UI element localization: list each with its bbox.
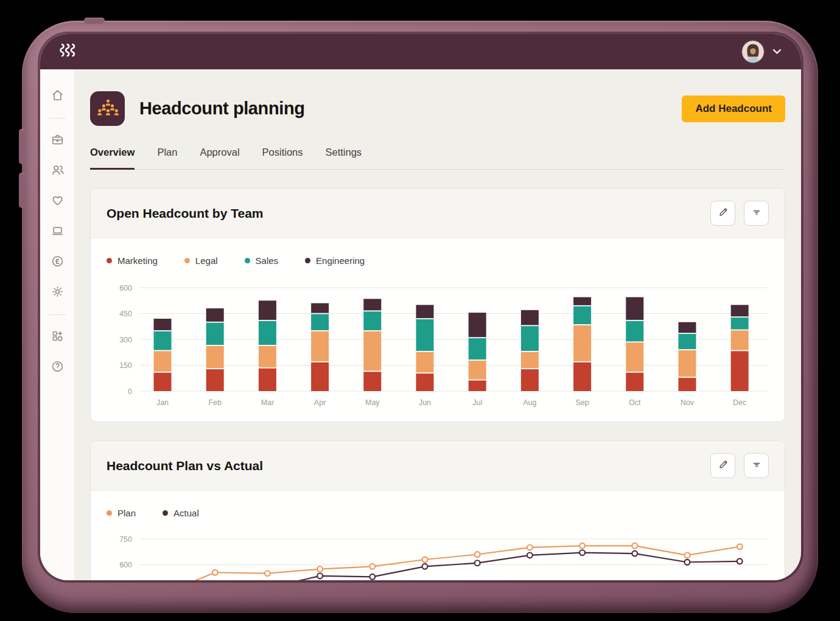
sidebar-item-apps-add[interactable] [46, 326, 68, 348]
svg-text:Oct: Oct [629, 398, 641, 407]
sidebar-divider [49, 314, 66, 315]
device-volume-button [19, 173, 25, 208]
sidebar-item-home[interactable] [46, 85, 68, 107]
legend-item-plan: Plan [107, 508, 136, 518]
user-menu[interactable] [742, 41, 782, 63]
device-top-button [84, 18, 105, 24]
svg-text:May: May [365, 398, 380, 407]
legend-label: Marketing [117, 255, 158, 266]
svg-text:Dec: Dec [733, 398, 746, 407]
chevron-down-icon[interactable] [772, 46, 782, 57]
legend-dot [107, 258, 112, 263]
legend-dot [184, 258, 190, 263]
tab-settings[interactable]: Settings [326, 147, 362, 169]
add-headcount-button[interactable]: Add Headcount [682, 95, 785, 122]
card-actions [710, 201, 769, 226]
page-title: Headcount planning [139, 99, 305, 119]
rippling-wave-logo [60, 43, 78, 61]
sidebar-item-briefcase[interactable] [46, 130, 68, 151]
sidebar-nav [40, 69, 74, 580]
legend-item-engineering: Engineering [305, 255, 365, 266]
app-screen: Headcount planning Add Headcount Overvie… [40, 34, 801, 580]
svg-text:750: 750 [119, 535, 132, 544]
chart-legend: PlanActual [107, 508, 769, 518]
device-volume-button [19, 129, 25, 164]
svg-text:600: 600 [119, 284, 132, 293]
legend-dot [245, 258, 250, 263]
sidebar-item-pound-coin[interactable] [46, 251, 68, 273]
legend-dot [107, 510, 112, 516]
legend-dot [305, 258, 310, 263]
gear-icon [51, 285, 65, 300]
legend-label: Plan [117, 508, 136, 518]
tab-bar: OverviewPlanApprovalPositionsSettings [90, 147, 785, 170]
svg-text:Feb: Feb [208, 398, 222, 407]
card-title: Open Headcount by Team [107, 206, 264, 221]
filter-button[interactable] [744, 201, 769, 226]
tab-approval[interactable]: Approval [200, 147, 239, 169]
sidebar-divider [49, 118, 66, 119]
legend-label: Actual [173, 508, 199, 518]
legend-label: Sales [256, 255, 279, 266]
sidebar-item-laptop[interactable] [46, 221, 68, 243]
apps-add-icon [51, 329, 65, 345]
heart-icon [51, 193, 65, 209]
sidebar-item-gear[interactable] [46, 282, 68, 304]
sidebar-item-people[interactable] [46, 160, 68, 182]
card-header: Open Headcount by Team [91, 189, 785, 238]
laptop-icon [51, 224, 65, 240]
legend-label: Engineering [316, 255, 365, 266]
edit-pencil-button[interactable] [710, 453, 735, 478]
briefcase-icon [51, 133, 65, 148]
sidebar-item-help[interactable] [46, 356, 68, 378]
edit-pencil-icon [717, 206, 729, 220]
svg-text:150: 150 [119, 361, 132, 370]
legend-item-marketing: Marketing [107, 255, 158, 266]
open-headcount-bar-chart: 0150300450600JanFebMarAprMayJunJulAugSep… [107, 282, 769, 411]
headcount-people-icon [90, 91, 125, 126]
filter-icon [751, 206, 763, 220]
people-icon [51, 163, 65, 179]
legend-item-actual: Actual [163, 508, 199, 518]
sidebar-item-heart[interactable] [46, 190, 68, 212]
tab-positions[interactable]: Positions [262, 147, 303, 169]
main-content: Headcount planning Add Headcount Overvie… [74, 69, 801, 580]
card-body: PlanActual 0150300450600750JanFebMarAprM… [91, 491, 785, 580]
svg-text:Jul: Jul [472, 398, 482, 407]
svg-text:Jan: Jan [156, 398, 169, 407]
svg-text:Aug: Aug [523, 398, 536, 407]
help-icon [51, 359, 65, 375]
page-header: Headcount planning Add Headcount [90, 91, 785, 126]
edit-pencil-icon [717, 459, 729, 473]
card-body: MarketingLegalSalesEngineering 015030045… [91, 238, 785, 422]
tablet-device-frame: Headcount planning Add Headcount Overvie… [22, 21, 818, 613]
legend-item-legal: Legal [184, 255, 218, 266]
svg-text:0: 0 [128, 387, 132, 396]
svg-text:Apr: Apr [314, 398, 326, 407]
card-header: Headcount Plan vs Actual [91, 441, 785, 491]
home-icon [51, 88, 65, 104]
card-title: Headcount Plan vs Actual [107, 459, 263, 473]
pound-coin-icon [51, 254, 65, 270]
filter-icon [751, 459, 763, 473]
user-avatar-photo[interactable] [742, 41, 764, 63]
svg-text:Sep: Sep [575, 398, 589, 407]
legend-label: Legal [195, 255, 218, 266]
app-topbar [40, 34, 801, 69]
svg-text:300: 300 [119, 336, 132, 344]
svg-text:Jun: Jun [419, 398, 431, 407]
svg-text:Mar: Mar [261, 398, 275, 407]
legend-dot [163, 510, 168, 516]
edit-pencil-button[interactable] [710, 201, 735, 226]
tab-overview[interactable]: Overview [90, 147, 135, 170]
svg-text:Nov: Nov [681, 398, 695, 407]
tab-plan[interactable]: Plan [157, 147, 177, 169]
plan-vs-actual-line-chart: 0150300450600750JanFebMarAprMayJunJulAug… [107, 534, 769, 580]
card-actions [710, 453, 769, 478]
plan-vs-actual-card: Headcount Plan vs Actual PlanActual 0150… [90, 440, 785, 580]
filter-button[interactable] [744, 453, 769, 478]
chart-legend: MarketingLegalSalesEngineering [107, 255, 769, 266]
legend-item-sales: Sales [245, 255, 279, 266]
svg-text:600: 600 [119, 561, 132, 569]
open-headcount-card: Open Headcount by Team MarketingLegalSal… [90, 188, 785, 422]
